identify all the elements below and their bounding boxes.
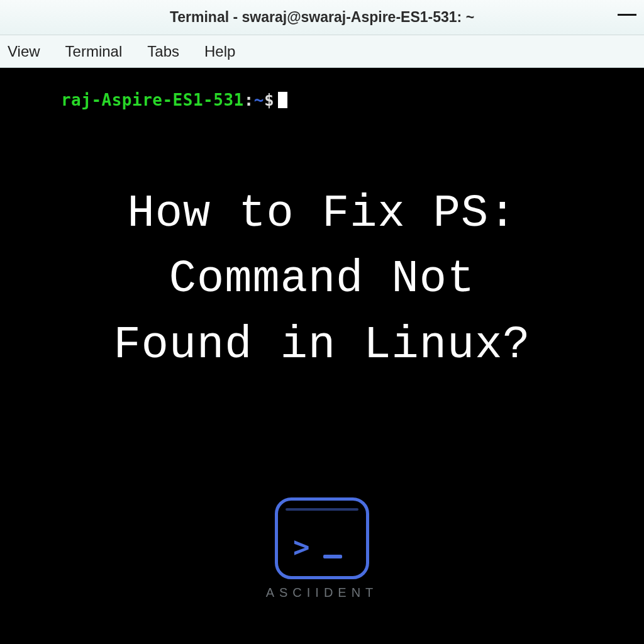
prompt-line: raj-Aspire-ES1-531:~$ [0,72,287,128]
titlebar: Terminal - swaraj@swaraj-Aspire-ES1-531:… [0,0,644,35]
cursor-block [278,92,287,108]
underscore-icon [323,555,342,558]
prompt-host: raj-Aspire-ES1-531 [61,91,244,109]
brand-name: ASCIIDENT [266,586,379,600]
prompt-icon: > [293,531,310,563]
overlay-line-3: Found in Linux? [0,313,644,378]
brand-logo: > ASCIIDENT [0,497,644,600]
menu-help[interactable]: Help [204,43,235,60]
prompt-dollar: $ [264,91,274,109]
menu-view[interactable]: View [8,43,40,60]
overlay-headline: How to Fix PS: Command Not Found in Linu… [0,181,644,378]
terminal-window: Terminal - swaraj@swaraj-Aspire-ES1-531:… [0,0,644,644]
prompt-path: ~ [254,91,264,109]
overlay-line-1: How to Fix PS: [0,181,644,247]
overlay-line-2: Command Not [0,247,644,312]
terminal-icon: > [275,497,369,579]
terminal-area[interactable]: raj-Aspire-ES1-531:~$ How to Fix PS: Com… [0,68,644,644]
menu-terminal[interactable]: Terminal [65,43,123,60]
menubar: View Terminal Tabs Help [0,35,644,68]
prompt-separator: : [244,91,254,109]
window-title: Terminal - swaraj@swaraj-Aspire-ES1-531:… [170,9,474,26]
menu-tabs[interactable]: Tabs [147,43,179,60]
